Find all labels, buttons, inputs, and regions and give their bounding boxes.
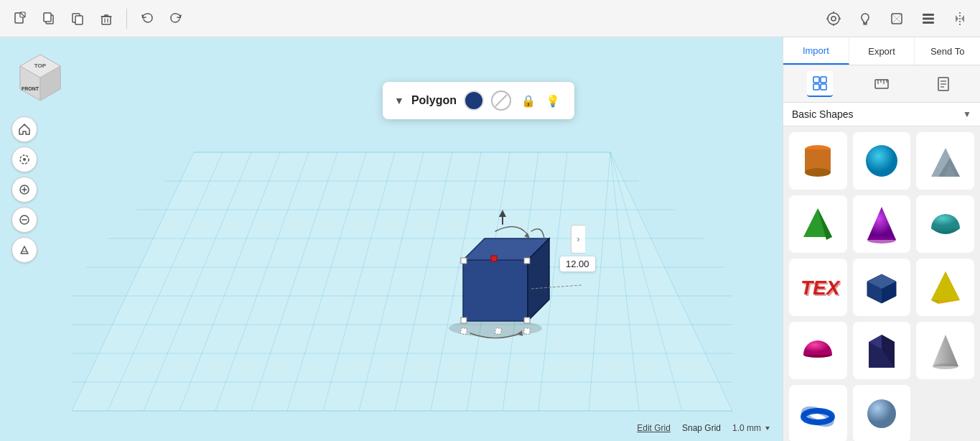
redo-button[interactable]	[163, 6, 189, 32]
shape-mountain[interactable]	[916, 132, 974, 190]
popup-collapse-arrow[interactable]: ▼	[394, 95, 404, 106]
svg-point-8	[831, 17, 836, 21]
svg-rect-60	[524, 328, 530, 334]
svg-marker-105	[867, 207, 896, 240]
shape-pyramid-yellow[interactable]	[916, 259, 974, 316]
view-cube[interactable]: TOP FRONT	[11, 49, 69, 106]
dimension-label: 12.00	[560, 256, 595, 271]
status-bar: Edit Grid Snap Grid 1.0 mm	[625, 415, 783, 441]
svg-rect-14	[923, 14, 934, 16]
polygon-color-transparent[interactable]	[491, 90, 511, 111]
svg-marker-19	[961, 15, 964, 22]
snap-grid-label: Snap Grid	[682, 423, 721, 433]
duplicate-button[interactable]	[65, 6, 90, 32]
zoom-out-button[interactable]	[11, 207, 37, 233]
svg-rect-6	[102, 17, 111, 24]
shapes-category-select[interactable]: Basic Shapes	[792, 108, 963, 120]
delete-button[interactable]	[93, 6, 119, 32]
import-button[interactable]: Import	[783, 37, 849, 65]
shape-cone-gray[interactable]	[916, 322, 974, 379]
svg-rect-3	[44, 13, 51, 22]
polygon-color-solid[interactable]	[464, 90, 484, 111]
svg-text:TOP: TOP	[34, 62, 47, 69]
copy-button[interactable]	[36, 6, 62, 32]
svg-marker-18	[956, 15, 958, 22]
svg-rect-57	[524, 258, 530, 264]
svg-point-98	[805, 168, 831, 177]
svg-rect-84	[821, 77, 826, 83]
toolbar-divider-1	[126, 9, 127, 29]
shape-ball[interactable]	[853, 385, 911, 441]
new-button[interactable]	[7, 6, 33, 32]
light-toggle-button[interactable]: 💡	[543, 90, 563, 111]
svg-text:TEXT: TEXT	[802, 278, 841, 300]
toolbar-right	[821, 6, 973, 32]
shape-cylinder[interactable]	[789, 132, 847, 190]
shape-torus[interactable]	[789, 385, 847, 441]
zoom-in-button[interactable]	[11, 177, 37, 203]
svg-rect-55	[461, 317, 467, 323]
shape-sphere[interactable]	[853, 132, 911, 190]
svg-rect-85	[813, 84, 819, 90]
svg-marker-21	[72, 152, 732, 411]
tab-notes-button[interactable]	[930, 71, 956, 97]
orbit-button[interactable]	[11, 147, 37, 172]
shape-dome-pink[interactable]	[789, 322, 847, 379]
svg-text:FRONT: FRONT	[22, 86, 39, 91]
viewport[interactable]: 12.00 TOP FRONT	[0, 37, 783, 441]
shapes-header: Basic Shapes ▼	[783, 103, 980, 126]
export-button[interactable]: Export	[849, 37, 915, 65]
shape-view-button[interactable]	[884, 6, 910, 32]
svg-rect-54	[461, 258, 467, 264]
home-view-button[interactable]	[11, 116, 37, 142]
svg-marker-116	[931, 271, 960, 300]
right-panel-actions: Import Export Send To	[783, 37, 980, 65]
settings-button[interactable]	[915, 6, 941, 32]
svg-rect-86	[821, 84, 826, 90]
svg-rect-61	[491, 256, 497, 261]
send-to-button[interactable]: Send To	[915, 37, 980, 65]
undo-button[interactable]	[134, 6, 160, 32]
svg-marker-121	[933, 335, 958, 366]
svg-rect-83	[813, 77, 819, 83]
svg-point-99	[866, 145, 897, 177]
left-tools	[11, 116, 37, 263]
panel-collapse-button[interactable]: ›	[571, 225, 585, 254]
svg-rect-5	[75, 16, 83, 24]
right-panel: Import Export Send To	[783, 37, 980, 441]
popup-actions: 🔒 💡	[518, 90, 563, 111]
polygon-popup: ▼ Polygon 🔒 💡	[383, 82, 574, 119]
edit-grid-button[interactable]: Edit Grid	[637, 423, 671, 433]
toolbar	[0, 0, 980, 37]
svg-point-124	[803, 407, 834, 427]
main-area: 12.00 TOP FRONT	[0, 37, 980, 441]
shape-pyramid-green[interactable]	[789, 195, 847, 253]
snap-grid-value[interactable]: 1.0 mm	[732, 423, 771, 433]
svg-rect-15	[923, 17, 934, 19]
svg-marker-51	[463, 260, 528, 321]
svg-point-122	[933, 363, 958, 369]
mirror-button[interactable]	[947, 6, 973, 32]
shapes-dropdown-arrow: ▼	[963, 109, 971, 119]
shape-half-sphere-teal[interactable]	[916, 195, 974, 253]
shape-box-dark[interactable]	[853, 322, 911, 379]
svg-point-106	[867, 236, 896, 243]
svg-marker-82	[765, 427, 770, 430]
tab-grid-button[interactable]	[807, 71, 833, 97]
shape-box-blue[interactable]	[853, 259, 911, 316]
tab-ruler-button[interactable]	[869, 71, 895, 97]
light-button[interactable]	[852, 6, 878, 32]
svg-rect-56	[524, 317, 530, 323]
perspective-button[interactable]	[11, 237, 37, 263]
shape-text-3d[interactable]: TEXT TEXT	[789, 259, 847, 316]
camera-view-button[interactable]	[821, 6, 846, 32]
svg-line-81	[495, 95, 507, 106]
lock-button[interactable]: 🔒	[518, 90, 538, 111]
svg-rect-58	[461, 328, 467, 334]
svg-rect-16	[923, 22, 934, 24]
right-panel-tabs	[783, 65, 980, 103]
svg-rect-87	[875, 80, 888, 88]
shape-cone-purple[interactable]	[853, 195, 911, 253]
svg-marker-79	[21, 246, 28, 254]
svg-point-107	[931, 226, 960, 231]
